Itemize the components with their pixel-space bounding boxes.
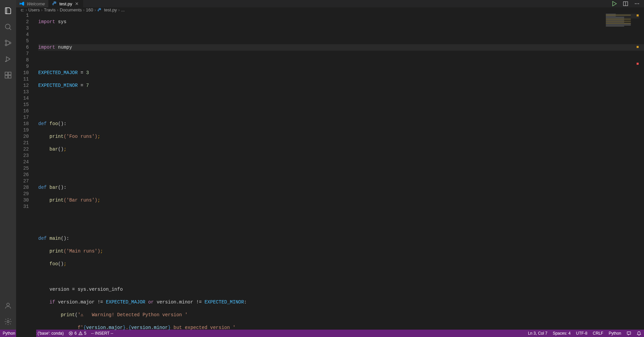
- token: =: [78, 83, 86, 88]
- token: print: [50, 198, 64, 203]
- token: =: [78, 70, 86, 75]
- svg-point-13: [635, 3, 636, 4]
- editor-area: Welcome test.py: [16, 0, 644, 330]
- breadcrumb-item[interactable]: Travis: [44, 7, 56, 12]
- token: (): [58, 261, 64, 267]
- accounts-icon[interactable]: [0, 297, 16, 314]
- chevron-right-icon: ›: [41, 7, 42, 12]
- search-icon[interactable]: [0, 19, 16, 35]
- token: bar: [50, 147, 58, 152]
- svg-point-15: [638, 3, 639, 4]
- chevron-right-icon: ›: [95, 7, 96, 12]
- token: ': [233, 325, 235, 330]
- breadcrumb-item[interactable]: Documents: [60, 7, 82, 12]
- token: if: [50, 299, 55, 305]
- svg-rect-6: [8, 72, 11, 75]
- breadcrumb-item[interactable]: test.py: [97, 7, 117, 12]
- token: print: [50, 134, 64, 139]
- token: .: [125, 325, 128, 330]
- breadcrumb-label: test.py: [104, 7, 117, 12]
- svg-point-9: [7, 303, 9, 306]
- token: (: [75, 312, 77, 318]
- token: (): [58, 147, 64, 152]
- breadcrumb-item[interactable]: Users: [28, 7, 40, 12]
- token: ():: [58, 121, 66, 126]
- close-icon[interactable]: [74, 1, 79, 6]
- chevron-right-icon: ›: [25, 7, 27, 12]
- token: '⚠ Warning! Detected Python version ': [78, 312, 188, 318]
- svg-rect-7: [5, 75, 8, 78]
- run-file-icon[interactable]: [610, 0, 618, 7]
- svg-rect-5: [5, 72, 8, 75]
- extensions-icon[interactable]: [0, 67, 16, 83]
- chevron-right-icon: ›: [57, 7, 58, 12]
- more-actions-icon[interactable]: [633, 0, 641, 7]
- token: print: [61, 312, 75, 318]
- split-editor-icon[interactable]: [622, 0, 629, 7]
- svg-rect-8: [8, 75, 11, 78]
- vscode-icon: [19, 1, 25, 6]
- token: foo: [50, 121, 58, 126]
- tab-welcome[interactable]: Welcome: [16, 0, 49, 7]
- token: but expected version: [171, 325, 233, 330]
- source-control-icon[interactable]: [0, 35, 16, 51]
- line-number-gutter: 1234567891011121314151617181920212223242…: [16, 12, 36, 337]
- python-file-icon: [52, 1, 57, 6]
- token: import: [38, 45, 55, 50]
- token: ():: [58, 185, 66, 190]
- token: def: [38, 185, 50, 190]
- token: version.major !=: [55, 299, 106, 305]
- activity-bar: [0, 0, 16, 330]
- token: ('Foo runs'): [64, 134, 98, 139]
- tab-bar: Welcome test.py: [16, 0, 644, 7]
- tab-label: test.py: [59, 1, 72, 6]
- token: EXPECTED_MINOR: [205, 299, 244, 305]
- token: {: [83, 325, 86, 330]
- token: foo: [50, 261, 58, 267]
- svg-point-14: [637, 3, 637, 4]
- breadcrumb[interactable]: c: › Users › Travis › Documents › 160 › …: [16, 7, 644, 12]
- token: EXPECTED_MAJOR: [106, 299, 146, 305]
- tab-label: Welcome: [27, 1, 45, 6]
- svg-point-1: [5, 40, 7, 42]
- svg-point-10: [7, 321, 9, 323]
- svg-point-2: [5, 44, 7, 46]
- token: version.major: [86, 325, 123, 330]
- breadcrumb-item[interactable]: c:: [21, 7, 24, 12]
- svg-point-0: [5, 24, 10, 29]
- breadcrumb-item[interactable]: 160: [86, 7, 93, 12]
- token: version.minor !=: [157, 299, 205, 305]
- token: def: [38, 121, 50, 126]
- token: }: [168, 325, 171, 330]
- token: main: [50, 236, 61, 241]
- token: :: [244, 299, 247, 305]
- breadcrumb-item[interactable]: ...: [121, 7, 125, 12]
- token: f': [78, 325, 84, 330]
- token: version = sys.version_info: [38, 287, 123, 292]
- code-content[interactable]: import sys import numpy EXPECTED_MAJOR =…: [36, 12, 644, 337]
- token: ('Bar runs'): [64, 198, 98, 203]
- token: print: [50, 248, 64, 254]
- token: EXPECTED_MINOR: [38, 83, 78, 88]
- chevron-right-icon: ›: [118, 7, 119, 12]
- chevron-right-icon: ›: [83, 7, 85, 12]
- token: sys: [55, 19, 66, 24]
- code-editor[interactable]: 1234567891011121314151617181920212223242…: [16, 12, 644, 337]
- svg-point-3: [9, 42, 11, 44]
- token: EXPECTED_MAJOR: [38, 70, 78, 75]
- settings-gear-icon[interactable]: [0, 314, 16, 330]
- token: version.minor: [131, 325, 168, 330]
- token: numpy: [55, 45, 72, 50]
- token: 7: [86, 83, 89, 88]
- svg-point-4: [5, 61, 6, 62]
- token: import: [38, 19, 55, 24]
- token: or: [145, 299, 157, 305]
- explorer-icon[interactable]: [0, 3, 16, 19]
- tab-testpy[interactable]: test.py: [49, 0, 83, 7]
- token: ('Main runs'): [64, 248, 100, 254]
- token: 3: [86, 70, 89, 75]
- svg-point-11: [54, 2, 54, 2]
- token: def: [38, 236, 50, 241]
- token: bar: [50, 185, 58, 190]
- run-debug-icon[interactable]: [0, 51, 16, 67]
